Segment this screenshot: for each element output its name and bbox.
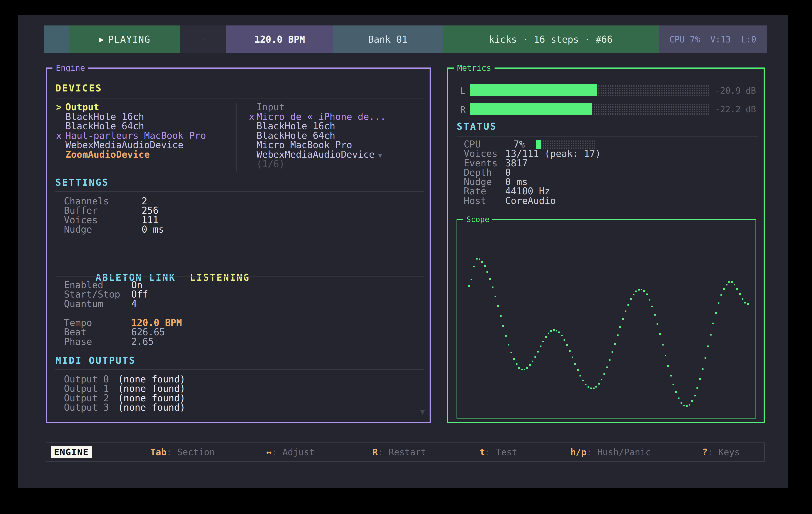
scope-sample-dot	[609, 359, 610, 361]
scope-sample-dot	[659, 333, 661, 335]
midi-output-row[interactable]: Output 3(none found)	[64, 403, 185, 412]
device-row[interactable]: xMicro de « iPhone de...	[249, 112, 386, 122]
scope-sample-dot	[574, 363, 576, 365]
cpu-usage-bar	[536, 140, 596, 149]
scope-sample-dot	[572, 357, 573, 358]
setting-row[interactable]: Voices111	[64, 215, 164, 225]
status-row: Events3817	[464, 158, 601, 168]
bank-segment[interactable]: Bank 01	[333, 26, 443, 53]
scope-sample-dot	[524, 369, 525, 370]
scope-sample-dot	[710, 334, 712, 335]
midi-output-row[interactable]: Output 1(none found)	[64, 384, 185, 393]
status-row: HostCoreAudio	[464, 196, 601, 205]
device-row[interactable]: BlackHole 16ch	[56, 112, 206, 122]
device-row[interactable]: BlackHole 64ch	[249, 131, 386, 141]
scope-sample-dot	[473, 266, 475, 267]
link-state-badge: LISTENING	[190, 272, 250, 283]
kv-label: CPU	[464, 140, 505, 149]
scope-sample-dot	[731, 281, 733, 283]
scroll-down-icon[interactable]: ▼	[420, 407, 425, 416]
pattern-segment[interactable]: kicks · 16 steps · #66	[443, 26, 659, 53]
scope-sample-dot	[744, 302, 746, 303]
shortcut-label: Keys	[718, 447, 740, 457]
transport-segment[interactable]: ▶PLAYING	[69, 26, 180, 53]
scope-sample-dot	[505, 335, 507, 337]
kv-label: Events	[464, 158, 505, 168]
shortcut-hint: t: Test	[480, 447, 517, 457]
scope-sample-dot	[526, 367, 528, 369]
output-column-header[interactable]: >Output	[56, 102, 206, 112]
scope-sample-dot	[643, 290, 645, 292]
scope-sample-dot	[478, 259, 480, 260]
midi-output-row[interactable]: Output 0(none found)	[64, 374, 185, 384]
input-column-header[interactable]: Input	[249, 102, 386, 112]
scope-sample-dot	[628, 304, 629, 306]
kv-label: Output 2	[64, 393, 118, 403]
status-row: Rate44100 Hz	[464, 186, 601, 196]
scope-sample-dot	[654, 314, 656, 315]
scope-sample-dot	[590, 388, 592, 389]
dropdown-icon[interactable]: ▼	[378, 151, 382, 159]
kv-label: Channels	[64, 196, 142, 206]
status-row: CPU7%	[464, 140, 601, 149]
link-tempo-row[interactable]: Beat626.65	[64, 328, 182, 337]
meter-fill	[470, 103, 592, 115]
input-pager-label: (1/6)	[257, 158, 285, 169]
scope-sample-dot	[470, 279, 472, 280]
shortcut-separator: :	[586, 447, 597, 457]
scope-sample-dot	[649, 299, 650, 301]
device-row[interactable]: xHaut-parleurs MacBook Pro	[56, 131, 206, 141]
setting-row[interactable]: Nudge0 ms	[64, 225, 164, 234]
scope-sample-dot	[545, 336, 547, 338]
play-icon: ▶	[99, 35, 104, 44]
kv-label: Tempo	[64, 318, 131, 328]
device-row[interactable]: BlackHole 16ch	[249, 121, 386, 131]
meter-channel-label: R	[460, 104, 465, 115]
shortcut-key: t	[480, 447, 485, 457]
link-tempo-row[interactable]: Tempo120.0 BPM	[64, 318, 182, 328]
scope-sample-dot	[577, 369, 579, 371]
scope-sample-dot	[553, 329, 555, 331]
scope-sample-dot	[587, 386, 589, 388]
mode-badge: ENGINE	[51, 446, 92, 458]
scope-sample-dot	[657, 323, 658, 325]
bpm-segment[interactable]: 120.0 BPM	[226, 26, 333, 53]
scope-sample-dot	[625, 310, 627, 312]
scope-sample-dot	[500, 315, 501, 317]
device-row[interactable]: BlackHole 64ch	[56, 121, 206, 131]
scope-sample-dot	[582, 380, 584, 381]
kv-value: 0 ms	[142, 224, 164, 235]
scope-sample-dot	[694, 395, 696, 396]
shortcut-hint: Tab: Section	[150, 447, 215, 457]
shortcut-hint: h/p: Hush/Panic	[570, 447, 651, 457]
link-tempo-row[interactable]: Phase2.65	[64, 337, 182, 346]
midi-output-row[interactable]: Output 2(none found)	[64, 393, 185, 403]
devices-header: DEVICES	[55, 83, 102, 94]
scope-sample-dot	[598, 383, 600, 385]
scope-sample-dot	[662, 344, 664, 345]
device-row[interactable]: ZoomAudioDevice	[56, 150, 206, 159]
device-row[interactable]: WebexMediaAudioDevice▼	[249, 150, 386, 159]
link-row[interactable]: EnabledOn	[64, 280, 148, 290]
engine-panel-title: Engine	[53, 63, 88, 73]
scope-sample-dot	[699, 379, 701, 380]
kv-label: Depth	[464, 168, 505, 177]
kv-label: Output 1	[64, 384, 118, 393]
scope-sample-dot	[619, 326, 621, 328]
scope-sample-dot	[569, 350, 571, 352]
scope-sample-dot	[596, 386, 597, 388]
meter-row-l: L-20.9 dB	[448, 84, 763, 96]
settings-rows: Channels2Buffer256Voices111Nudge0 ms	[64, 196, 164, 234]
shortcut-separator: :	[271, 447, 283, 457]
device-row[interactable]: Micro MacBook Pro	[249, 140, 386, 150]
scope-sample-dot	[630, 298, 632, 300]
scope-sample-dot	[665, 355, 666, 356]
setting-row[interactable]: Channels2	[64, 196, 164, 206]
scope-sample-dot	[513, 358, 515, 360]
status-row: Nudge0 ms	[464, 177, 601, 186]
meter-fill	[470, 84, 597, 96]
setting-row[interactable]: Buffer256	[64, 206, 164, 215]
link-row[interactable]: Start/StopOff	[64, 290, 148, 299]
link-row[interactable]: Quantum4	[64, 299, 148, 309]
device-row[interactable]: WebexMediaAudioDevice	[56, 140, 206, 150]
